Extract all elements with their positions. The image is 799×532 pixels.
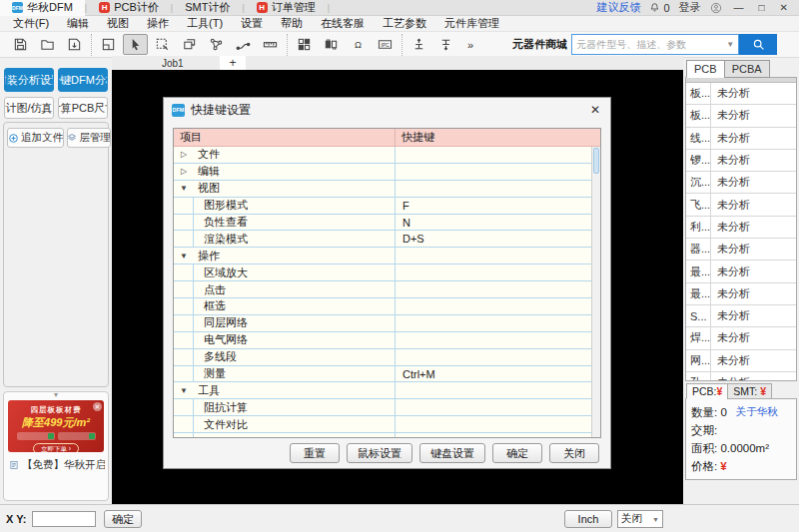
- toolbar-overflow-chevron[interactable]: »: [462, 39, 478, 51]
- export-icon[interactable]: [62, 34, 87, 55]
- analysis-row[interactable]: 飞...未分析: [686, 194, 796, 216]
- collapsed-icon[interactable]: ▷: [174, 147, 194, 163]
- row-gutter[interactable]: [174, 366, 194, 382]
- dialog-button[interactable]: 关闭: [549, 443, 599, 463]
- shortcut-row[interactable]: 图形模式F: [174, 198, 591, 215]
- expanded-icon[interactable]: ▼: [174, 181, 194, 197]
- search-button[interactable]: [739, 34, 777, 55]
- row-gutter[interactable]: [174, 265, 194, 280]
- row-gutter[interactable]: [174, 215, 194, 231]
- probe-bottom-icon[interactable]: [433, 34, 458, 55]
- shortcut-row[interactable]: 文件对比: [174, 416, 591, 433]
- fit-view-icon[interactable]: [96, 34, 121, 55]
- dialog-button[interactable]: 确定: [492, 443, 542, 463]
- tab-pcba[interactable]: PCBA: [724, 60, 770, 78]
- dialog-button[interactable]: 键盘设置: [419, 443, 485, 463]
- measure-ruler-icon[interactable]: [258, 34, 283, 55]
- menu-item[interactable]: 元件库管理: [435, 16, 508, 31]
- xy-input[interactable]: [32, 511, 96, 527]
- menu-item[interactable]: 文件(F): [4, 16, 58, 31]
- expanded-icon[interactable]: ▼: [174, 382, 194, 398]
- ipc-netlist-icon[interactable]: IPC: [373, 34, 398, 55]
- analysis-row[interactable]: 沉...未分析: [686, 172, 796, 194]
- mode-select[interactable]: 关闭 ▼: [617, 510, 663, 528]
- menu-item[interactable]: 操作: [138, 16, 178, 31]
- shortcut-row[interactable]: 同层网络: [174, 315, 591, 332]
- add-tab-button[interactable]: +: [220, 56, 246, 70]
- analysis-row[interactable]: 最...未分析: [686, 261, 796, 282]
- shortcut-row[interactable]: 电气网络: [174, 332, 591, 349]
- row-gutter[interactable]: [174, 281, 194, 297]
- shortcut-row[interactable]: 多线段: [174, 349, 591, 366]
- shortcut-row[interactable]: 测量Ctrl+M: [174, 366, 591, 383]
- row-gutter[interactable]: [174, 433, 194, 437]
- menu-item[interactable]: 设置: [232, 16, 272, 31]
- analysis-row[interactable]: 器...未分析: [686, 239, 796, 261]
- probe-top-icon[interactable]: [406, 34, 431, 55]
- layer-manage-button[interactable]: 层管理: [67, 128, 111, 148]
- analysis-row[interactable]: 焊...未分析: [686, 327, 796, 349]
- maximize-button[interactable]: □: [756, 2, 768, 13]
- promo-notice[interactable]: 【免费】华秋开启…: [9, 458, 105, 472]
- shortcut-row[interactable]: ▷文件: [174, 147, 591, 164]
- tab-pcb[interactable]: PCB: [686, 60, 725, 78]
- one-key-dfm-button[interactable]: 一键DFM分析: [58, 68, 108, 92]
- collapse-chevron-icon[interactable]: ▼: [53, 391, 60, 398]
- row-gutter[interactable]: [174, 231, 194, 247]
- shortcut-row[interactable]: ▷编辑: [174, 164, 591, 181]
- dialog-close-icon[interactable]: ✕: [588, 103, 602, 117]
- shortcut-row[interactable]: 区域放大: [174, 265, 591, 281]
- parts-search-input[interactable]: 元器件型号、描述、参数 ▼: [571, 34, 739, 55]
- menu-item[interactable]: 视图: [98, 16, 138, 31]
- analysis-row[interactable]: 利...未分析: [686, 217, 796, 239]
- about-huaqiu-link[interactable]: 关于华秋: [736, 405, 778, 419]
- expanded-icon[interactable]: ▼: [174, 248, 194, 264]
- analysis-row[interactable]: 孔...未分析: [686, 372, 796, 381]
- menu-item[interactable]: 在线客服: [312, 16, 374, 31]
- app-tab[interactable]: DFM华秋DFM: [0, 0, 85, 16]
- scrollbar-thumb[interactable]: [593, 148, 599, 174]
- rotate-select-icon[interactable]: [177, 34, 202, 55]
- menu-item[interactable]: 帮助: [272, 16, 312, 31]
- analysis-row[interactable]: 板...未分析: [686, 105, 796, 127]
- close-button[interactable]: ✕: [777, 2, 791, 13]
- analysis-row[interactable]: 板...未分析: [686, 83, 796, 105]
- dialog-button[interactable]: 重置: [290, 443, 340, 463]
- design-sim-button[interactable]: 设计图/仿真图: [4, 97, 54, 119]
- shortcut-row[interactable]: 点击: [174, 281, 591, 298]
- net-nodes-icon[interactable]: [204, 34, 229, 55]
- tab-pcb-price[interactable]: PCB:¥: [686, 383, 728, 399]
- shortcut-row[interactable]: 渲染模式D+S: [174, 231, 591, 248]
- promo-close-icon[interactable]: ✕: [93, 402, 102, 411]
- shortcut-row[interactable]: 负性查看N: [174, 215, 591, 232]
- xy-confirm-button[interactable]: 确定: [104, 510, 142, 528]
- package-analysis-button[interactable]: 封装分析设置: [4, 68, 54, 92]
- dialog-scrollbar[interactable]: [591, 147, 600, 437]
- open-icon[interactable]: [35, 34, 60, 55]
- app-tab[interactable]: H订单管理: [245, 0, 328, 16]
- row-gutter[interactable]: [174, 416, 194, 432]
- select-icon[interactable]: [123, 34, 148, 55]
- append-file-button[interactable]: 追加文件: [7, 128, 64, 148]
- analysis-row[interactable]: 锣...未分析: [686, 150, 796, 172]
- analysis-row[interactable]: 最...未分析: [686, 283, 796, 305]
- analysis-row[interactable]: S...未分析: [686, 305, 796, 327]
- row-gutter[interactable]: [174, 315, 194, 331]
- shortcut-row[interactable]: [174, 433, 591, 437]
- unit-toggle-button[interactable]: Inch: [564, 510, 612, 528]
- shortcut-row[interactable]: ▼视图: [174, 181, 591, 198]
- analysis-row[interactable]: 网...未分析: [686, 350, 796, 372]
- row-gutter[interactable]: [174, 332, 194, 348]
- row-gutter[interactable]: [174, 349, 194, 365]
- dialog-button[interactable]: 鼠标设置: [347, 443, 412, 463]
- notification-area[interactable]: 0: [649, 2, 669, 14]
- trace-route-icon[interactable]: [231, 34, 256, 55]
- impedance-calc-icon[interactable]: Ω: [346, 34, 371, 55]
- login-link[interactable]: 登录: [679, 0, 701, 15]
- analysis-row[interactable]: 线...未分析: [686, 128, 796, 150]
- save-icon[interactable]: [8, 34, 33, 55]
- menu-item[interactable]: 工具(T): [178, 16, 232, 31]
- qr-code-icon[interactable]: [292, 34, 317, 55]
- tab-smt-price[interactable]: SMT: ¥: [727, 383, 772, 399]
- minimize-button[interactable]: —: [731, 2, 747, 13]
